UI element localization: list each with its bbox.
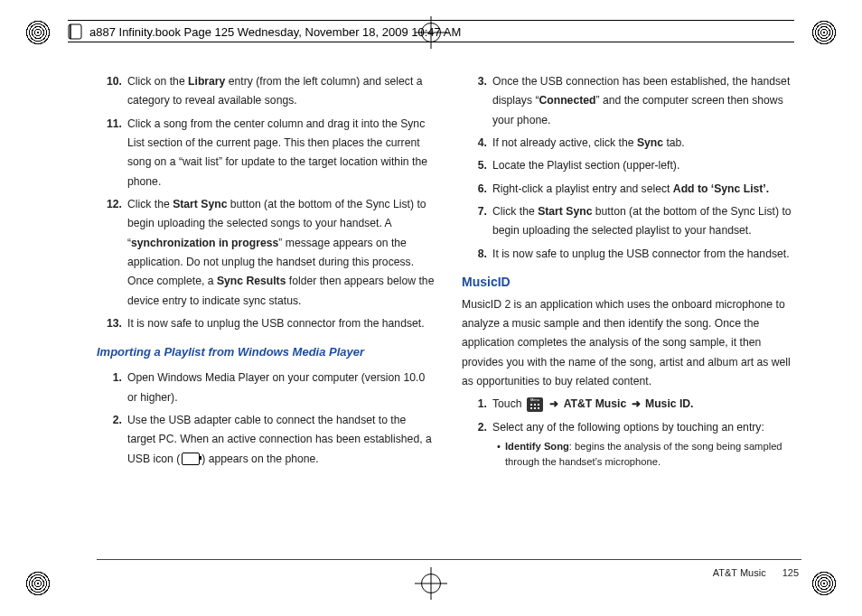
divider [68,20,794,22]
list-item: 10.Click on the Library entry (from the … [97,72,436,111]
step-list: 1.Touch ➜ AT&T Music ➜ Music ID. 2.Selec… [462,395,801,469]
paragraph: MusicID 2 is an application which uses t… [462,295,801,392]
list-item: 8.It is now safe to unplug the USB conne… [462,245,801,264]
registration-mark-icon [811,571,837,596]
list-item: 4.If not already active, click the Sync … [462,134,801,153]
list-item: 1.Open Windows Media Player on your comp… [97,369,436,407]
subheading: Importing a Playlist from Windows Media … [97,342,436,363]
page-number: 125 [782,567,799,578]
arrow-icon: ➜ [632,397,641,410]
footer-section: AT&T Music [713,567,766,578]
menu-icon [527,397,543,412]
list-item: 2.Select any of the following options by… [462,418,801,470]
list-item: 3.Once the USB connection has been estab… [462,72,801,130]
step-list: 1.Open Windows Media Player on your comp… [97,369,436,469]
left-column: 10.Click on the Library entry (from the … [97,72,436,553]
content-area: 10.Click on the Library entry (from the … [97,72,801,553]
divider [97,559,801,560]
divider [68,42,794,43]
book-icon [68,22,84,42]
header-text: a887 Infinity.book Page 125 Wednesday, N… [89,25,461,39]
registration-mark-icon [25,20,51,45]
list-item: 13.It is now safe to unplug the USB conn… [97,314,436,333]
page-footer: AT&T Music125 [713,567,799,578]
print-header: a887 Infinity.book Page 125 Wednesday, N… [68,20,794,43]
list-item: 2.Use the USB adapter cable to connect t… [97,411,436,469]
right-column: 3.Once the USB connection has been estab… [462,72,801,553]
list-item: 7.Click the Start Sync button (at the bo… [462,202,801,241]
list-item: 5.Locate the Playlist section (upper-lef… [462,156,801,175]
bullet-list: •Identify Song: begins the analysis of t… [492,439,801,470]
subheading: MusicID [462,271,801,294]
registration-mark-icon [25,571,51,596]
step-list: 10.Click on the Library entry (from the … [97,72,436,333]
list-item: 12.Click the Start Sync button (at the b… [97,195,436,311]
list-item: 6.Right-click a playlist entry and selec… [462,180,801,199]
step-list: 3.Once the USB connection has been estab… [462,72,801,264]
usb-icon [182,453,200,465]
list-item: 11.Click a song from the center column a… [97,115,436,191]
crosshair-icon [418,571,444,596]
registration-mark-icon [811,20,837,45]
arrow-icon: ➜ [549,397,558,410]
bullet-item: •Identify Song: begins the analysis of t… [492,439,801,470]
page: a887 Infinity.book Page 125 Wednesday, N… [0,0,862,616]
list-item: 1.Touch ➜ AT&T Music ➜ Music ID. [462,395,801,414]
